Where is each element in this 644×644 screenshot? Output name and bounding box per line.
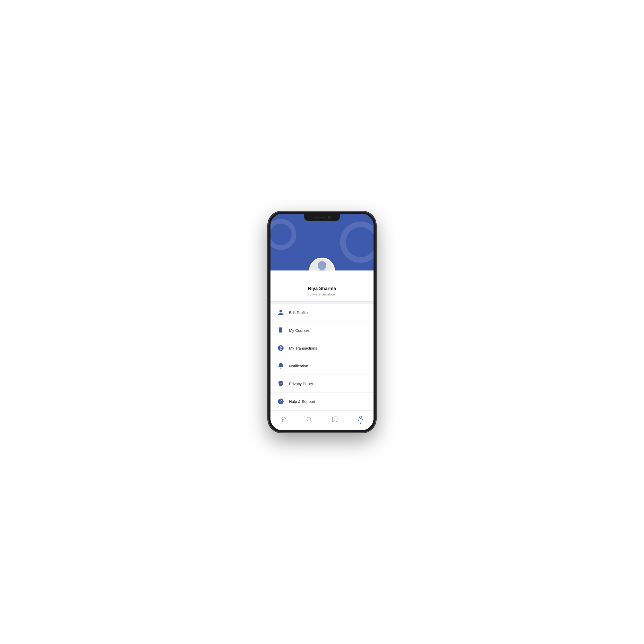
menu-label-edit-profile: Edit Profile (289, 310, 308, 315)
user-role: Software Developer (270, 292, 374, 296)
camera-icon (328, 216, 331, 219)
phone-wrapper: Riya Sharma Software Developer Edit Prof… (268, 211, 376, 433)
nav-item-search[interactable] (296, 411, 322, 428)
menu-item-my-courses[interactable]: My Courses (270, 321, 374, 339)
menu-label-my-courses: My Courses (289, 328, 310, 333)
menu-item-help-support[interactable]: Help & Support (270, 393, 374, 410)
profile-info-area: Riya Sharma Software Developer (270, 270, 374, 302)
avatar-container (309, 258, 335, 270)
phone-screen: Riya Sharma Software Developer Edit Prof… (270, 214, 374, 430)
question-icon (277, 397, 285, 405)
notch (304, 214, 340, 221)
svg-rect-5 (333, 417, 337, 422)
menu-label-my-transactions: My Transactions (289, 346, 317, 350)
svg-point-6 (360, 416, 362, 418)
user-edit-icon (277, 308, 285, 317)
phone-shell: Riya Sharma Software Developer Edit Prof… (268, 211, 376, 433)
user-name: Riya Sharma (270, 286, 374, 291)
menu-section: Edit Profile My Courses (270, 304, 374, 410)
menu-label-notification: Notification (289, 364, 308, 368)
nav-item-bookmarks[interactable] (322, 411, 348, 428)
avatar (309, 258, 335, 270)
profile-nav-icon (357, 415, 364, 422)
dollar-icon (277, 344, 285, 352)
speaker-icon (313, 217, 326, 218)
svg-point-3 (281, 403, 281, 403)
nav-item-profile[interactable] (348, 411, 374, 428)
scroll-content[interactable]: Riya Sharma Software Developer Edit Prof… (270, 214, 374, 411)
svg-rect-0 (279, 327, 282, 333)
nav-item-home[interactable] (270, 411, 296, 428)
bell-icon (277, 362, 285, 370)
nav-active-dot (360, 422, 361, 424)
shield-check-icon (277, 379, 285, 388)
header-circle-left (270, 219, 296, 250)
avatar-body (315, 269, 329, 270)
bottom-nav (270, 411, 374, 430)
svg-point-4 (307, 417, 311, 421)
menu-label-privacy-policy: Privacy Policy (289, 382, 313, 386)
menu-item-my-transactions[interactable]: My Transactions (270, 339, 374, 357)
header-circle-right (340, 222, 374, 263)
search-icon (306, 416, 312, 423)
profile-header (270, 214, 374, 270)
menu-item-edit-profile[interactable]: Edit Profile (270, 304, 374, 321)
menu-item-privacy-policy[interactable]: Privacy Policy (270, 375, 374, 393)
menu-label-help-support: Help & Support (289, 399, 315, 404)
home-icon (280, 416, 287, 423)
book-icon (277, 326, 285, 334)
menu-item-notification[interactable]: Notification (270, 357, 374, 375)
avatar-head (318, 261, 326, 270)
bookmark-icon (332, 416, 338, 423)
